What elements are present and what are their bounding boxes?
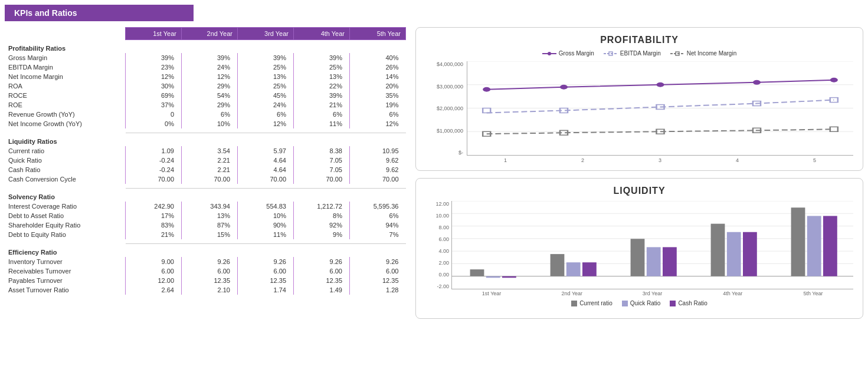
cell-2-3-2: 11% [238, 230, 294, 239]
table-row: Debt to Equity Ratio21%15%11%9%7% [5, 230, 406, 239]
cell-3-1-4: 6.00 [350, 266, 406, 276]
cell-1-1-4: 9.62 [350, 156, 406, 165]
cell-3-0-2: 9.26 [238, 257, 294, 266]
section-header-0: Profitability Ratios [5, 40, 406, 53]
liq-y-10: 10.00 [425, 213, 449, 219]
liq-y-12: 12.00 [425, 201, 449, 207]
svg-point-13 [753, 80, 761, 85]
svg-point-14 [830, 78, 838, 83]
cell-2-0-3: 1,212.72 [294, 202, 350, 211]
cell-0-4-0: 69% [126, 91, 182, 100]
cell-1-2-3: 7.05 [294, 165, 350, 174]
cell-2-1-2: 10% [238, 211, 294, 220]
cell-0-5-0: 37% [126, 100, 182, 110]
svg-point-1 [548, 52, 551, 55]
cell-0-6-0: 0 [126, 110, 182, 119]
legend-net-income-margin: Net Income Margin [670, 50, 736, 57]
section-header-2: Solvency Ratio [5, 189, 406, 202]
svg-rect-41 [711, 224, 725, 276]
cell-3-3-3: 1.49 [294, 285, 350, 295]
cell-1-1-1: 2.21 [182, 156, 238, 165]
svg-rect-37 [582, 262, 597, 276]
y-label-1m: $1,000,000 [425, 128, 463, 134]
cell-2-1-3: 8% [294, 211, 350, 220]
cell-3-1-1: 6.00 [182, 266, 238, 276]
table-row: ROA30%29%25%22%20% [5, 81, 406, 91]
cell-0-4-4: 35% [350, 91, 406, 100]
table-row: Interest Coverage Ratio242.90343.94554.8… [5, 202, 406, 211]
table-section: 1st Year 2nd Year 3rd Year 4th Year 5th … [5, 27, 406, 319]
section-name-1: Liquidity Ratios [5, 133, 126, 146]
cell-0-2-0: 12% [126, 72, 182, 81]
cell-2-2-4: 94% [350, 220, 406, 230]
cell-3-1-2: 6.00 [238, 266, 294, 276]
cell-1-3-4: 70.00 [350, 174, 406, 184]
cell-1-3-2: 70.00 [238, 174, 294, 184]
legend-cash-ratio: Cash Ratio [670, 300, 707, 306]
cell-2-3-3: 9% [294, 230, 350, 239]
cell-3-0-3: 9.26 [294, 257, 350, 266]
kpi-table: 1st Year 2nd Year 3rd Year 4th Year 5th … [5, 27, 406, 295]
y-label-4m: $4,000,000 [425, 61, 463, 67]
table-row: Net Income Growth (YoY)0%10%12%11%12% [5, 119, 406, 128]
table-row: Asset Turnover Ratio2.642.101.741.491.28 [5, 285, 406, 295]
main-content: 1st Year 2nd Year 3rd Year 4th Year 5th … [5, 27, 863, 319]
svg-rect-38 [631, 239, 645, 276]
cell-1-1-3: 7.05 [294, 156, 350, 165]
table-row: Net Income Margin12%12%13%13%14% [5, 72, 406, 81]
liq-x-5: 5th Year [773, 291, 853, 296]
cell-2-2-3: 92% [294, 220, 350, 230]
table-row: Cash Conversion Cycle70.0070.0070.0070.0… [5, 174, 406, 184]
svg-rect-40 [663, 247, 677, 276]
svg-rect-39 [647, 247, 661, 276]
liquidity-legend: Current ratio Quick Ratio Cash Ratio [425, 300, 853, 306]
row-label: Shareholder Equity Ratio [5, 220, 126, 230]
cell-2-0-4: 5,595.36 [350, 202, 406, 211]
cell-1-1-2: 4.64 [238, 156, 294, 165]
col-year-2: 2nd Year [182, 28, 238, 40]
cell-3-1-3: 6.00 [294, 266, 350, 276]
table-row: Payables Turnover12.0012.3512.3512.3512.… [5, 276, 406, 285]
table-row: Debt to Asset Ratio17%13%10%8%6% [5, 211, 406, 220]
cell-3-3-1: 2.10 [182, 285, 238, 295]
svg-rect-44 [791, 207, 805, 276]
cell-0-7-1: 10% [182, 119, 238, 128]
liq-y-8: 8.00 [425, 225, 449, 230]
cell-0-5-4: 19% [350, 100, 406, 110]
svg-rect-24 [830, 127, 838, 131]
svg-point-10 [483, 87, 490, 92]
cell-0-4-1: 54% [182, 91, 238, 100]
svg-rect-43 [743, 232, 757, 276]
cell-3-2-2: 12.35 [238, 276, 294, 285]
legend-quick-label: Quick Ratio [630, 300, 661, 306]
profitability-legend: Gross Margin EBITDA Margin Net Income Ma… [425, 50, 853, 57]
legend-ebitda-margin: EBITDA Margin [604, 50, 661, 57]
cell-0-7-2: 12% [238, 119, 294, 128]
row-label: Inventory Turnover [5, 257, 126, 266]
cell-0-3-1: 29% [182, 81, 238, 91]
legend-gross-margin-label: Gross Margin [559, 50, 594, 57]
cell-3-0-4: 9.26 [350, 257, 406, 266]
cell-2-0-1: 343.94 [182, 202, 238, 211]
cell-3-2-1: 12.35 [182, 276, 238, 285]
cell-0-1-3: 25% [294, 62, 350, 72]
y-label-2m: $2,000,000 [425, 105, 463, 111]
row-label: Net Income Growth (YoY) [5, 119, 126, 128]
cell-0-0-2: 39% [238, 53, 294, 62]
liq-x-4: 4th Year [693, 291, 773, 296]
cell-3-0-1: 9.26 [182, 257, 238, 266]
liq-x-2: 2nd Year [532, 291, 612, 296]
cell-0-1-1: 24% [182, 62, 238, 72]
cell-3-2-4: 12.35 [350, 276, 406, 285]
cell-1-3-0: 70.00 [126, 174, 182, 184]
cell-0-6-2: 6% [238, 110, 294, 119]
svg-rect-33 [486, 276, 500, 278]
cell-1-2-2: 4.64 [238, 165, 294, 174]
table-row: Revenue Growth (YoY)06%6%6%6% [5, 110, 406, 119]
cell-0-4-2: 45% [238, 91, 294, 100]
y-label-0: $- [425, 150, 463, 156]
cell-0-3-4: 20% [350, 81, 406, 91]
cell-3-0-0: 9.00 [126, 257, 182, 266]
svg-rect-32 [470, 269, 484, 276]
cell-1-2-4: 9.62 [350, 165, 406, 174]
